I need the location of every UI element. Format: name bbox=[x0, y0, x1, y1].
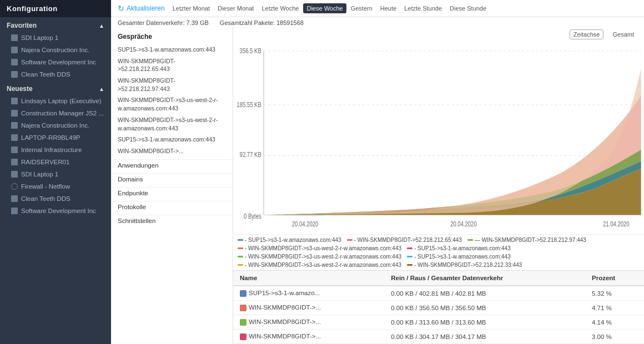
legend-color bbox=[238, 256, 243, 257]
legend-color bbox=[467, 239, 473, 241]
legend-label: - WIN-SKMMDP8GIDT->s3-us-west-2-r-w.amaz… bbox=[245, 262, 401, 268]
time-button-letzte-woche[interactable]: Letzte Woche bbox=[258, 3, 302, 13]
refresh-button[interactable]: ↻ Aktualisieren bbox=[118, 4, 165, 13]
table-row[interactable]: WIN-SKMMDP8GIDT->...0.00 KB / 304.17 MB … bbox=[233, 330, 644, 344]
time-button-gestern[interactable]: Gestern bbox=[348, 3, 376, 13]
table-cell-traffic: 0.00 KB / 313.60 MB / 313.60 MB bbox=[384, 315, 585, 330]
conversations-title: Gespräche bbox=[111, 31, 233, 44]
table-cell-percent: 3.00 % bbox=[585, 330, 644, 344]
table-cell-name: SUP15->s3-1-w.amazo... bbox=[233, 286, 384, 300]
conversation-item[interactable]: WIN-SKMMDP8GIDT->s3-us-west-2-r-w.amazon… bbox=[111, 114, 233, 134]
sidebar-item[interactable]: LAPTOP-RR9BL49P bbox=[0, 131, 111, 144]
chart-visualization: 356.5 KB 185.55 KB 92.77 KB 0 Bytes 20.0… bbox=[233, 42, 644, 234]
refresh-icon: ↻ bbox=[118, 4, 124, 13]
conversation-item[interactable]: SUP15->s3-1-w.amazonaws.com:443 bbox=[111, 134, 233, 145]
svg-text:0 Bytes: 0 Bytes bbox=[244, 213, 261, 220]
sidebar-item[interactable]: SDI Laptop 1 bbox=[0, 32, 111, 44]
chart-nav-item[interactable]: Schnittstellen bbox=[111, 215, 233, 226]
computer-icon bbox=[11, 195, 18, 202]
sidebar-item[interactable]: Internal Infrastructure bbox=[0, 144, 111, 156]
zeitachse-view-button[interactable]: Zeitachse bbox=[570, 29, 604, 39]
conversation-item[interactable]: SUP15->s3-1-w.amazonaws.com:443 bbox=[111, 44, 233, 55]
sidebar-item-label: Lindsays Laptop (Executive) bbox=[21, 98, 101, 104]
sidebar-item[interactable]: RAIDSERVER01 bbox=[0, 156, 111, 168]
data-table: Name Rein / Raus / Gesamter Datenverkehr… bbox=[233, 270, 644, 344]
chart-nav-item[interactable]: Endpunkte bbox=[111, 187, 233, 199]
computer-icon bbox=[11, 47, 18, 53]
table-cell-traffic: 0.00 KB / 304.17 MB / 304.17 MB bbox=[384, 330, 585, 344]
sidebar-item-label: SDI Laptop 1 bbox=[21, 34, 58, 41]
table-row[interactable]: WIN-SKMMDP8GIDT->...0.00 KB / 356.50 MB … bbox=[233, 301, 644, 315]
sidebar-section-neueste[interactable]: Neueste ▲ bbox=[0, 80, 111, 95]
conversation-item[interactable]: WIN-SKMMDP8GIDT->... bbox=[111, 145, 233, 157]
sidebar-item-label: Software Development Inc bbox=[21, 59, 96, 65]
time-button-diese-stunde[interactable]: Diese Stunde bbox=[446, 3, 490, 13]
table-cell-traffic: 0.00 KB / 402.81 MB / 402.81 MB bbox=[384, 286, 585, 300]
sidebar-favoriten-items: SDI Laptop 1Najera Construction Inc.Soft… bbox=[0, 32, 111, 80]
sidebar-item[interactable]: Lindsays Laptop (Executive) bbox=[0, 95, 111, 107]
table-row[interactable]: WIN-SKMMDP8GIDT->...0.00 KB / 313.60 MB … bbox=[233, 315, 644, 330]
time-button-diese-woche[interactable]: Diese Woche bbox=[303, 3, 346, 13]
sidebar-item-label: RAIDSERVER01 bbox=[21, 159, 69, 165]
sidebar-item[interactable]: Software Development Inc bbox=[0, 56, 111, 68]
sidebar-item[interactable]: SDI Laptop 1 bbox=[0, 168, 111, 180]
time-button-letzter-monat[interactable]: Letzter Monat bbox=[169, 3, 213, 13]
conversation-item[interactable]: WIN-SKMMDP8GIDT->s3-us-west-2-r-w.amazon… bbox=[111, 94, 233, 114]
computer-icon bbox=[11, 159, 18, 165]
chart-nav-list: AnwendungenDomainsEndpunkteProtokolleSch… bbox=[111, 159, 233, 226]
table-cell-name: WIN-SKMMDP8GIDT->... bbox=[233, 301, 384, 315]
sidebar-item[interactable]: Najera Construction Inc. bbox=[0, 44, 111, 56]
conversation-item[interactable]: WIN-SKMMDP8GIDT->52.218.212.97:443 bbox=[111, 75, 233, 94]
sidebar-item[interactable]: Construction Manager JS2 ... bbox=[0, 107, 111, 119]
color-indicator bbox=[240, 305, 246, 311]
conversations-list: SUP15->s3-1-w.amazonaws.com:443WIN-SKMMD… bbox=[111, 44, 233, 157]
main-content: ↻ Aktualisieren Letzter MonatDieser Mona… bbox=[111, 0, 644, 344]
computer-icon bbox=[11, 71, 18, 78]
sidebar-item[interactable]: Firewall - Netflow bbox=[0, 180, 111, 193]
chart-nav-item[interactable]: Domains bbox=[111, 173, 233, 185]
conversation-item[interactable]: WIN-SKMMDP8GIDT->52.218.212.65:443 bbox=[111, 55, 233, 75]
table-cell-name: WIN-SKMMDP8GIDT->... bbox=[233, 315, 384, 330]
chart-nav-item[interactable]: Protokolle bbox=[111, 201, 233, 213]
stats-row: Gesamter Datenverkehr: 7.39 GB Gesamtzah… bbox=[111, 17, 644, 27]
computer-icon bbox=[11, 110, 18, 117]
computer-icon bbox=[11, 134, 18, 141]
legend-label: - WIN-SKMMDP8GIDT->s3-us-west-2-r-w.amaz… bbox=[245, 254, 401, 260]
legend-label: — WIN-SKMMDP8GIDT->52.218.212.97:443 bbox=[475, 237, 586, 243]
sidebar-item-label: Najera Construction Inc. bbox=[21, 122, 89, 129]
legend-color bbox=[407, 256, 412, 257]
legend-label: - WIN-SKMMDP8GIDT->52.218.212.33:443 bbox=[414, 262, 522, 268]
legend-label: - SUP15->s3-1-w.amazonaws.com:443 bbox=[414, 254, 511, 260]
time-button-letzte-stunde[interactable]: Letzte Stunde bbox=[401, 3, 445, 13]
time-button-dieser-monat[interactable]: Dieser Monat bbox=[214, 3, 257, 13]
time-button-heute[interactable]: Heute bbox=[377, 3, 400, 13]
legend-color bbox=[407, 247, 412, 249]
globe-icon bbox=[11, 183, 18, 190]
table-cell-percent: 5.32 % bbox=[585, 286, 644, 300]
sidebar-item[interactable]: Software Development Inc bbox=[0, 205, 111, 217]
chart-nav-item[interactable]: Anwendungen bbox=[111, 159, 233, 171]
sidebar-item-label: LAPTOP-RR9BL49P bbox=[21, 134, 80, 141]
svg-text:20.04.2020: 20.04.2020 bbox=[292, 220, 319, 228]
sidebar-item[interactable]: Najera Construction Inc. bbox=[0, 119, 111, 131]
legend-label: - WIN-SKMMDP8GIDT->s3-us-west-2-r-w.amaz… bbox=[245, 245, 401, 251]
computer-icon bbox=[11, 59, 18, 65]
legend-item: - WIN-SKMMDP8GIDT->52.218.212.33:443 bbox=[407, 262, 522, 268]
table-cell-name: WIN-SKMMDP8GIDT->... bbox=[233, 330, 384, 344]
sidebar-item[interactable]: Clean Teeth DDS bbox=[0, 68, 111, 80]
sidebar-item[interactable]: Clean Teeth DDS bbox=[0, 193, 111, 205]
gesamt-view-button[interactable]: Gesamt bbox=[609, 29, 637, 39]
sidebar-item-label: Clean Teeth DDS bbox=[21, 195, 71, 202]
sidebar-item-label: Construction Manager JS2 ... bbox=[21, 110, 104, 117]
computer-icon bbox=[11, 146, 18, 153]
chevron-up-icon: ▲ bbox=[99, 86, 104, 92]
sidebar-section-favoriten[interactable]: Favoriten ▲ bbox=[0, 17, 111, 32]
table-row[interactable]: SUP15->s3-1-w.amazo...0.00 KB / 402.81 M… bbox=[233, 286, 644, 300]
legend-item: — WIN-SKMMDP8GIDT->52.218.212.97:443 bbox=[467, 237, 586, 243]
sidebar-section-label: Favoriten bbox=[7, 22, 37, 29]
legend-color bbox=[407, 264, 412, 266]
svg-text:356.5 KB: 356.5 KB bbox=[240, 47, 261, 55]
table-cell-percent: 4.71 % bbox=[585, 301, 644, 315]
chart-area: Gespräche SUP15->s3-1-w.amazonaws.com:44… bbox=[111, 27, 644, 344]
legend-color bbox=[238, 247, 243, 249]
